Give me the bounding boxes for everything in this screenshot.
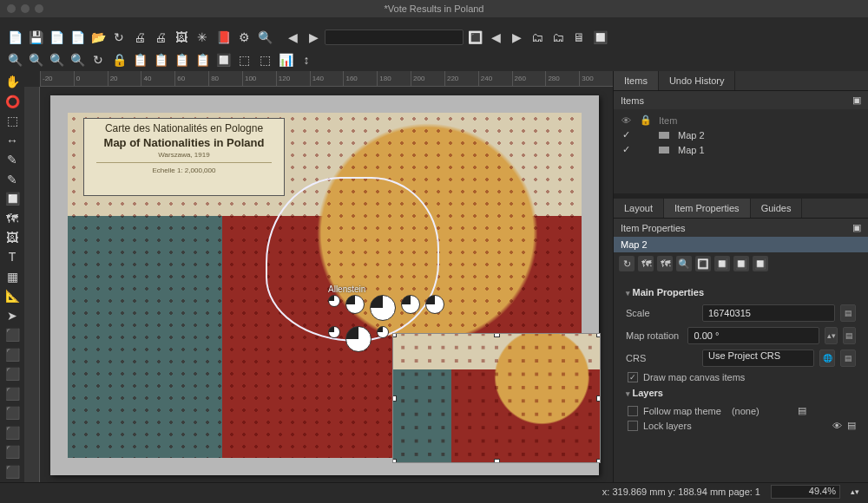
follow-theme-checkbox[interactable]	[628, 406, 638, 416]
toolbar-button[interactable]: ◀	[283, 28, 302, 47]
zoom-icon[interactable]	[35, 4, 43, 13]
list-item[interactable]: ✓ Map 1	[621, 142, 861, 157]
map-toolbar-button[interactable]: ↻	[619, 256, 635, 271]
map-toolbar-button[interactable]: 🔍	[676, 256, 692, 271]
map-toolbar-button[interactable]: 🔳	[695, 256, 711, 271]
preset-icon[interactable]: 👁	[832, 421, 842, 431]
toolbar-button[interactable]: 📊	[276, 50, 295, 69]
window-controls[interactable]	[7, 4, 43, 13]
crs-picker-icon[interactable]: 🌐	[819, 349, 835, 367]
toolbar-button[interactable]: ✋	[2, 73, 23, 90]
toolbar-combo[interactable]	[325, 29, 464, 45]
toolbar-button[interactable]: 📄	[68, 28, 87, 47]
menu-bar[interactable]	[0, 17, 868, 26]
toolbar-button[interactable]: 🖨	[151, 28, 170, 47]
map-item-2[interactable]	[392, 333, 601, 463]
map-toolbar-button[interactable]: 🔲	[733, 256, 749, 271]
toolbar-button[interactable]: 📄	[5, 28, 24, 47]
toolbar-button[interactable]: ▦	[2, 268, 23, 285]
toolbar-button[interactable]: 🔍	[255, 28, 274, 47]
list-item[interactable]: ✓ Map 2	[621, 127, 861, 142]
toolbar-button[interactable]: ✳	[193, 28, 212, 47]
minimize-icon[interactable]	[21, 4, 30, 13]
toolbar-button[interactable]: ⬚	[234, 50, 253, 69]
tab-layout[interactable]: Layout	[614, 199, 664, 218]
toolbar-button[interactable]: ⭕	[2, 92, 23, 109]
toolbar-button[interactable]: 🖼	[172, 28, 191, 47]
toolbar-button[interactable]: 🖼	[2, 229, 23, 246]
stepper-icon[interactable]: ▴▾	[825, 327, 838, 344]
toolbar-button[interactable]: 🗂	[528, 28, 547, 47]
panel-menu-icon[interactable]: ▣	[852, 222, 861, 233]
toolbar-button[interactable]: ↕	[297, 50, 316, 69]
toolbar-button[interactable]: ⬛	[2, 404, 23, 421]
layout-page[interactable]: Carte des Nationalités en Pologne Map of…	[50, 95, 599, 475]
toolbar-button[interactable]: ✎	[2, 151, 23, 168]
toolbar-button[interactable]: 🔲	[214, 50, 233, 69]
data-override-icon[interactable]: ▤	[847, 420, 856, 431]
lock-layers-checkbox[interactable]	[628, 421, 638, 431]
tab-items[interactable]: Items	[614, 71, 659, 90]
crs-select[interactable]: Use Project CRS	[702, 349, 814, 367]
data-override-icon[interactable]: ▤	[798, 405, 806, 416]
toolbar-button[interactable]: 🔍	[47, 50, 66, 69]
toolbar-button[interactable]: 🔍	[26, 50, 45, 69]
data-override-icon[interactable]: ▤	[840, 349, 856, 367]
toolbar-button[interactable]: 🗺	[2, 209, 23, 226]
toolbar-button[interactable]: 📕	[214, 28, 233, 47]
toolbar-button[interactable]: ◀	[486, 28, 505, 47]
stepper-icon[interactable]: ▴▾	[851, 487, 859, 496]
toolbar-button[interactable]: T	[2, 248, 23, 265]
toolbar-button[interactable]: ⬛	[2, 423, 23, 441]
toolbar-button[interactable]: 🔲	[2, 190, 23, 207]
toolbar-button[interactable]: ✎	[2, 170, 23, 187]
tab-guides[interactable]: Guides	[751, 199, 803, 218]
toolbar-button[interactable]: ⬛	[2, 346, 23, 363]
visibility-check[interactable]: ✓	[621, 129, 631, 140]
toolbar-button[interactable]: ↻	[109, 28, 128, 47]
group-main-properties[interactable]: Main Properties	[626, 287, 856, 297]
zoom-input[interactable]: 49.4%	[771, 485, 840, 499]
toolbar-button[interactable]: ↻	[89, 50, 108, 69]
data-override-icon[interactable]: ▤	[840, 304, 856, 322]
toolbar-button[interactable]: 🔲	[590, 28, 609, 47]
panel-menu-icon[interactable]: ▣	[852, 95, 861, 106]
toolbar-button[interactable]: ⬛	[2, 326, 23, 343]
toolbar-button[interactable]: ⬛	[2, 443, 23, 461]
toolbar-button[interactable]: ▶	[304, 28, 323, 47]
scale-input[interactable]	[702, 304, 835, 322]
tab-item-properties[interactable]: Item Properties	[664, 199, 751, 218]
draw-canvas-checkbox[interactable]: ✓	[628, 372, 638, 382]
toolbar-button[interactable]: 📐	[2, 287, 23, 304]
toolbar-button[interactable]: 📋	[193, 50, 212, 69]
group-layers[interactable]: Layers	[626, 388, 856, 398]
visibility-check[interactable]: ✓	[621, 144, 631, 155]
follow-theme-select[interactable]: (none)	[732, 406, 792, 416]
toolbar-button[interactable]: 💾	[26, 28, 45, 47]
toolbar-button[interactable]: ⬚	[2, 112, 23, 129]
close-icon[interactable]	[7, 4, 16, 13]
toolbar-button[interactable]: ⬚	[255, 50, 274, 69]
toolbar-button[interactable]: ⬛	[2, 462, 23, 480]
data-override-icon[interactable]: ▤	[843, 327, 856, 344]
toolbar-button[interactable]: 🔒	[109, 50, 128, 69]
toolbar-button[interactable]: 🔳	[465, 28, 484, 47]
rotation-input[interactable]	[687, 327, 819, 344]
toolbar-button[interactable]: ▶	[507, 28, 526, 47]
tab-undo-history[interactable]: Undo History	[659, 71, 736, 90]
map-toolbar-button[interactable]: 🔲	[714, 256, 730, 271]
toolbar-button[interactable]: 🗂	[549, 28, 568, 47]
toolbar-button[interactable]: ⚙	[234, 28, 253, 47]
toolbar-button[interactable]: 📋	[151, 50, 170, 69]
map-toolbar-button[interactable]: 🔲	[753, 256, 768, 271]
toolbar-button[interactable]: 📂	[89, 28, 108, 47]
toolbar-button[interactable]: 🖨	[130, 28, 149, 47]
toolbar-button[interactable]: 🔍	[5, 50, 24, 69]
toolbar-button[interactable]: ↔	[2, 131, 23, 148]
toolbar-button[interactable]: 📄	[47, 28, 66, 47]
toolbar-button[interactable]: 📋	[172, 50, 191, 69]
toolbar-button[interactable]: ⬛	[2, 385, 23, 402]
items-list[interactable]: 👁 🔒 Item ✓ Map 2 ✓ Map 1	[614, 109, 868, 160]
map-toolbar-button[interactable]: 🗺	[657, 256, 673, 271]
layout-canvas[interactable]: -200204060801001201401601802002202402602…	[24, 71, 613, 482]
